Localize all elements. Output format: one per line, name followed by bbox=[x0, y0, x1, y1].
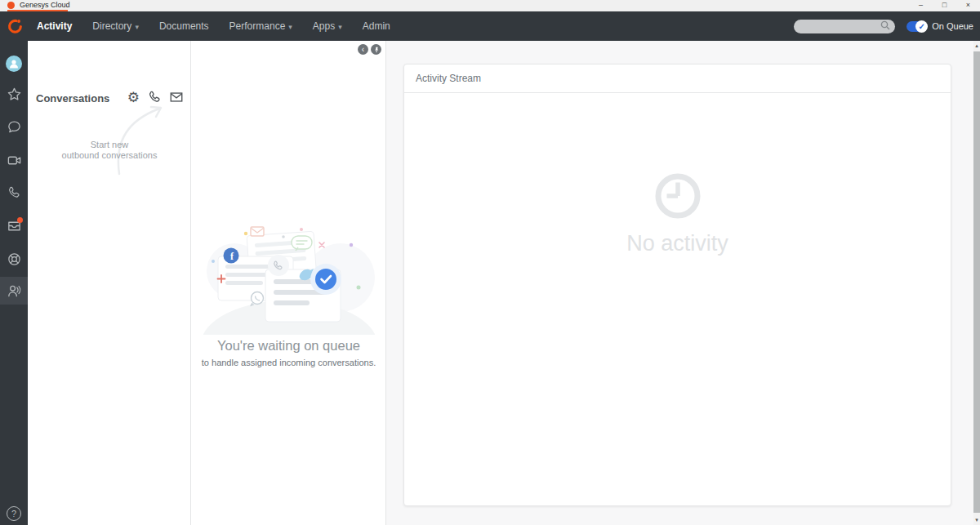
nav-item-label: Activity bbox=[37, 20, 72, 32]
facebook-icon: f bbox=[224, 248, 239, 264]
chat-icon[interactable] bbox=[0, 113, 28, 140]
nav-item-directory[interactable]: Directory▾ bbox=[92, 20, 139, 32]
navbar-right: ✓ On Queue bbox=[794, 19, 973, 33]
window-titlebar: Genesys Cloud – □ × bbox=[0, 0, 980, 11]
caret-down-icon: ▾ bbox=[338, 23, 342, 31]
on-queue-toggle[interactable]: ✓ bbox=[906, 21, 927, 32]
caret-down-icon: ▾ bbox=[135, 23, 139, 31]
help-icon[interactable]: ? bbox=[0, 500, 28, 525]
nav-item-label: Directory bbox=[92, 20, 131, 32]
activity-stream-header: Activity Stream bbox=[404, 65, 951, 93]
new-email-envelope-icon[interactable] bbox=[169, 90, 184, 105]
nav-item-apps[interactable]: Apps▾ bbox=[313, 20, 342, 32]
chat-sketch-icon bbox=[292, 236, 312, 251]
app-icon bbox=[7, 2, 15, 9]
envelope-sketch-icon bbox=[251, 227, 264, 236]
nav-item-activity[interactable]: Activity bbox=[37, 20, 72, 32]
panel-buttons: ‹ bbox=[358, 44, 381, 55]
nav-item-label: Documents bbox=[159, 20, 209, 32]
close-icon[interactable]: × bbox=[956, 0, 980, 11]
nav-item-label: Admin bbox=[363, 20, 390, 32]
conversations-panel: Conversations ⚙ Start new outbound conve… bbox=[28, 41, 191, 525]
pin-panel-icon[interactable] bbox=[371, 44, 381, 55]
nav-item-admin[interactable]: Admin bbox=[363, 20, 390, 32]
no-activity-empty-state: No activity bbox=[404, 171, 951, 256]
conversations-title: Conversations bbox=[36, 92, 109, 105]
check-icon: ✓ bbox=[915, 20, 928, 33]
vertical-scrollbar: ▴ ▾ bbox=[973, 41, 980, 525]
main-menu: Activity Directory▾ Documents Performanc… bbox=[37, 20, 390, 32]
interactions-inbox-icon[interactable] bbox=[0, 211, 28, 239]
on-queue-label: On Queue bbox=[932, 21, 973, 31]
collapse-chevron-left-icon[interactable]: ‹ bbox=[358, 44, 368, 55]
activity-stream-card: Activity Stream No activity bbox=[403, 64, 951, 506]
top-navbar: Activity Directory▾ Documents Performanc… bbox=[0, 11, 980, 41]
agents-people-icon[interactable] bbox=[0, 277, 28, 305]
check-badge-icon bbox=[310, 264, 341, 295]
support-buoy-icon[interactable] bbox=[0, 245, 28, 273]
calls-phone-icon[interactable] bbox=[0, 179, 28, 207]
unread-badge bbox=[17, 217, 23, 223]
chevron-glyph: ‹ bbox=[362, 45, 364, 55]
waiting-subtitle: to handle assigned incoming conversation… bbox=[191, 358, 386, 367]
no-activity-label: No activity bbox=[404, 231, 951, 256]
window-controls: – □ × bbox=[909, 0, 980, 11]
waiting-title: You're waiting on queue bbox=[191, 338, 386, 354]
scrollbar-thumb[interactable] bbox=[973, 51, 980, 513]
avatar bbox=[6, 56, 22, 72]
restore-icon[interactable]: □ bbox=[933, 0, 956, 11]
nav-item-label: Performance bbox=[229, 20, 286, 32]
nav-item-label: Apps bbox=[313, 20, 335, 32]
nav-item-performance[interactable]: Performance▾ bbox=[229, 20, 292, 32]
waiting-on-queue-panel: ‹ bbox=[191, 41, 386, 525]
start-outbound-hint: Start new outbound conversations bbox=[44, 140, 175, 161]
minimize-icon[interactable]: – bbox=[909, 0, 933, 11]
scroll-down-icon[interactable]: ▾ bbox=[973, 515, 980, 525]
scroll-up-icon[interactable]: ▴ bbox=[973, 41, 980, 51]
video-icon[interactable] bbox=[0, 146, 28, 174]
nav-item-documents[interactable]: Documents bbox=[159, 20, 209, 32]
favorites-star-icon[interactable] bbox=[0, 80, 28, 108]
clock-icon bbox=[653, 171, 703, 221]
caret-down-icon: ▾ bbox=[288, 23, 292, 31]
hint-line-1: Start new bbox=[44, 140, 175, 150]
profile-avatar[interactable] bbox=[0, 50, 28, 78]
waiting-illustration: f bbox=[203, 220, 375, 335]
activity-stream-area: Activity Stream No activity bbox=[386, 41, 973, 525]
hint-line-2: outbound conversations bbox=[44, 150, 175, 161]
genesys-logo-icon bbox=[6, 17, 24, 35]
hint-arrow bbox=[109, 69, 171, 180]
phone-sketch-icon bbox=[268, 255, 289, 276]
question-glyph: ? bbox=[7, 506, 21, 521]
left-icon-rail: ? bbox=[0, 41, 28, 525]
